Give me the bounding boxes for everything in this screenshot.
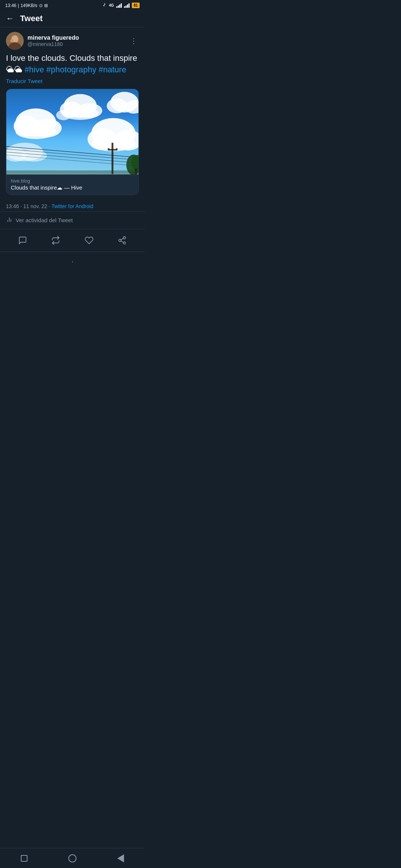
svg-point-15 [107,98,127,113]
network-speed: 149KB/s [20,3,37,8]
user-names: minerva figueredo @minerva1180 [27,34,79,47]
signal-bars-1 [116,3,122,8]
svg-rect-29 [111,142,113,174]
retweet-icon [51,236,60,245]
translate-link[interactable]: Traducir Tweet [6,78,139,84]
activity-icon [6,216,13,224]
network-label: 4G [109,3,114,7]
tweet-image [6,89,138,174]
tweet-image-card[interactable]: hive.blog Clouds that inspire☁ — Hive [6,89,139,195]
reply-icon [18,236,27,245]
reply-button[interactable] [12,233,33,248]
activity-row[interactable]: Ver actividad del Tweet [0,212,145,229]
avatar[interactable] [6,32,24,50]
display-name[interactable]: minerva figueredo [27,34,79,41]
action-bar [0,229,145,252]
tweet-text: I love the clouds. Clouds that inspire 🌥… [6,53,139,76]
back-button[interactable]: ← [6,14,14,23]
share-button[interactable] [112,233,133,248]
status-left: 13:46 | 149KB/s ⊙ ⊞ [5,3,48,8]
like-icon [85,236,94,245]
avatar-image [6,32,24,50]
time: 13:46 [5,3,16,8]
svg-point-32 [116,148,118,150]
svg-point-31 [108,148,110,150]
link-preview[interactable]: hive.blog Clouds that inspire☁ — Hive [6,174,138,195]
bottom-dot: · [0,252,145,271]
timestamp-text: 13:46 · 11 nov. 22 · [6,203,51,209]
svg-point-42 [123,242,125,244]
user-info: minerva figueredo @minerva1180 [6,32,79,50]
more-options-button[interactable]: ⋮ [128,35,139,47]
svg-point-41 [119,239,121,241]
retweet-button[interactable] [45,233,66,248]
signal-bars-2 [124,3,130,8]
status-bar: 13:46 | 149KB/s ⊙ ⊞ 4G 81 [0,0,145,10]
user-row: minerva figueredo @minerva1180 ⋮ [6,32,139,50]
svg-point-24 [21,149,47,161]
share-icon [118,236,127,245]
svg-point-40 [123,237,125,239]
bluetooth-icon [102,2,107,9]
cloud-emojis: 🌥🌥 [6,65,22,74]
page-title: Tweet [20,14,43,23]
tweet-text-main: I love the clouds. Clouds that inspire [6,53,137,63]
separator: | [18,3,19,8]
svg-line-43 [121,241,124,242]
battery-indicator: 81 [132,3,140,8]
link-title: Clouds that inspire☁ — Hive [11,184,134,191]
tweet-header: ← Tweet [0,10,145,27]
alarm-icon: ⊙ [39,3,43,8]
tweet-timestamp: 13:46 · 11 nov. 22 · Twitter for Android [0,200,145,212]
status-right: 4G 81 [102,2,140,9]
username[interactable]: @minerva1180 [27,41,79,47]
activity-text: Ver actividad del Tweet [16,217,73,223]
svg-rect-36 [6,170,138,174]
tweet-content: minerva figueredo @minerva1180 ⋮ I love … [0,27,145,195]
tweet-hashtags[interactable]: #hive #photography #nature [25,65,126,74]
svg-point-17 [56,110,71,120]
link-domain: hive.blog [11,178,134,184]
svg-line-44 [121,238,124,240]
like-button[interactable] [79,233,100,248]
platform-link[interactable]: Twitter for Android [51,203,93,209]
svg-point-9 [16,124,56,139]
download-icon: ⊞ [44,3,48,8]
